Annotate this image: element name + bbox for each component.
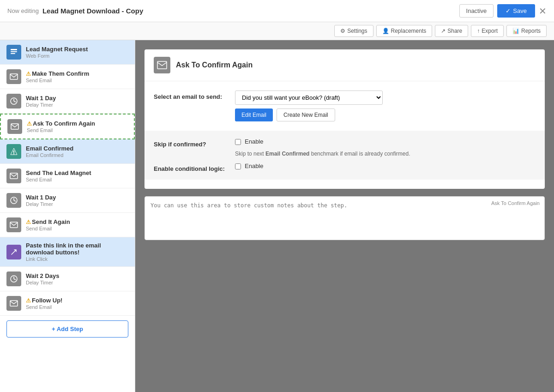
skip-confirmed-row: Skip if confirmed? Enable Skip to next E… (154, 138, 536, 157)
export-button[interactable]: ↑ Export (471, 25, 504, 37)
sidebar-item-send-lead-magnet[interactable]: Send The Lead Magnet Send Email (0, 164, 135, 188)
sidebar-item-title: ⚠Send It Again (26, 218, 70, 225)
sidebar-item-wait-1-day-1[interactable]: Wait 1 Day Delay Timer (0, 89, 135, 114)
add-step-button[interactable]: + Add Step (6, 320, 128, 338)
replacements-button[interactable]: 👤 Replacements (376, 25, 433, 37)
skip-enable-checkbox[interactable] (235, 139, 241, 145)
sidebar-item-title: ⚠Ask To Confirm Again (27, 120, 95, 127)
edit-email-button[interactable]: Edit Email (235, 109, 273, 121)
card-header: Ask To Confirm Again (145, 49, 545, 81)
sidebar-item-title: Email Confirmed (26, 145, 73, 152)
email-icon (6, 69, 21, 84)
svg-rect-3 (10, 74, 18, 79)
email-icon-3 (6, 217, 21, 232)
reports-icon: 📊 (512, 28, 519, 34)
replacements-icon: 👤 (382, 28, 389, 34)
card-title: Ask To Confirm Again (176, 61, 253, 69)
svg-rect-0 (11, 49, 17, 50)
link-click-icon (6, 245, 21, 259)
top-bar-left: Now editing Lead Magnet Download - Copy (7, 7, 143, 15)
svg-line-6 (14, 101, 16, 102)
sub-toolbar: ⚙ Settings 👤 Replacements ↗ Share ↑ Expo… (0, 22, 554, 40)
conditional-enable-label[interactable]: Enable (245, 163, 263, 169)
skip-confirmed-controls: Enable Skip to next Email Confirmed benc… (235, 138, 536, 157)
sidebar-item-send-it-again[interactable]: ⚠Send It Again Send Email (0, 213, 135, 237)
checkmark-icon: ✓ (506, 7, 511, 14)
svg-line-14 (14, 200, 16, 201)
email-btn-row: Edit Email Create New Email (235, 109, 536, 121)
sidebar-item-subtitle: Link Click (26, 256, 128, 262)
sidebar-item-title: Wait 1 Day (26, 194, 56, 201)
sidebar-item-title: Lead Magnet Request (26, 46, 88, 53)
sidebar-item-subtitle: Send Email (26, 304, 62, 310)
sidebar-item-subtitle: Send Email (26, 78, 89, 83)
sidebar-item-title: Paste this link in the email download bu… (26, 242, 128, 256)
reports-button[interactable]: 📊 Reports (506, 25, 547, 37)
sidebar-item-subtitle: Email Confirmed (26, 152, 73, 158)
email-icon-4 (6, 296, 21, 311)
card-header-icon (154, 57, 170, 73)
svg-rect-2 (11, 53, 15, 54)
conditional-logic-label: Enable conditional logic: (154, 163, 228, 172)
sidebar-item-subtitle: Delay Timer (26, 102, 56, 108)
sidebar-item-paste-link[interactable]: Paste this link in the email download bu… (0, 237, 135, 267)
conditional-logic-controls: Enable (235, 163, 536, 169)
svg-rect-1 (11, 51, 17, 52)
share-button[interactable]: ↗ Share (435, 25, 468, 37)
sidebar-item-subtitle: Send Email (26, 177, 91, 182)
conditional-checkbox-row: Enable (235, 163, 536, 169)
main-card: Ask To Confirm Again Select an email to … (145, 49, 545, 189)
sidebar-item-wait-2-days[interactable]: Wait 2 Days Delay Timer (0, 267, 135, 291)
notes-textarea[interactable] (145, 197, 544, 238)
skip-checkbox-row: Enable (235, 138, 536, 145)
create-email-button[interactable]: Create New Email (277, 109, 335, 121)
form-icon (6, 45, 21, 60)
sidebar-item-make-them-confirm[interactable]: ⚠Make Them Confirm Send Email (0, 65, 135, 89)
content-area: Ask To Confirm Again Select an email to … (135, 40, 554, 392)
now-editing-label: Now editing (7, 7, 39, 14)
save-button[interactable]: ✓ Save (497, 4, 535, 18)
email-select-controls: Did you still want your eBook? (draft) E… (235, 90, 536, 121)
skip-enable-label[interactable]: Enable (245, 138, 263, 145)
settings-icon: ⚙ (340, 28, 345, 34)
skip-confirmed-label: Skip if confirmed? (154, 138, 228, 148)
svg-rect-7 (11, 124, 18, 129)
sidebar: Lead Magnet Request Web Form ⚠Make Them … (0, 40, 135, 392)
inactive-button[interactable]: Inactive (459, 4, 494, 18)
close-button[interactable]: ✕ (539, 6, 547, 17)
email-select-row: Select an email to send: Did you still w… (154, 90, 536, 121)
top-bar-right: Inactive ✓ Save ✕ (459, 4, 547, 18)
sidebar-item-subtitle: Send Email (27, 127, 95, 133)
settings-button[interactable]: ⚙ Settings (334, 25, 373, 37)
skip-confirmed-section: Skip if confirmed? Enable Skip to next E… (145, 131, 545, 180)
sidebar-item-lead-magnet-request[interactable]: Lead Magnet Request Web Form (0, 40, 135, 65)
notes-tag-label: Ask To Confirm Again (491, 200, 540, 206)
sidebar-item-ask-to-confirm-again[interactable]: ⚠Ask To Confirm Again Send Email (0, 114, 135, 139)
main-layout: Lead Magnet Request Web Form ⚠Make Them … (0, 40, 554, 392)
clock-icon-3 (6, 271, 21, 286)
benchmark-icon (6, 144, 21, 159)
skip-description: Skip to next Email Confirmed benchmark i… (235, 151, 536, 157)
card-body: Select an email to send: Did you still w… (145, 81, 545, 189)
top-bar: Now editing Lead Magnet Download - Copy … (0, 0, 554, 22)
svg-rect-20 (157, 61, 167, 69)
export-icon: ↑ (477, 28, 480, 34)
email-select-dropdown[interactable]: Did you still want your eBook? (draft) (235, 90, 383, 105)
sidebar-item-title: Wait 2 Days (26, 272, 60, 279)
svg-rect-19 (10, 301, 18, 306)
notes-card: Ask To Confirm Again (145, 196, 545, 240)
sidebar-item-subtitle: Web Form (26, 53, 88, 59)
sidebar-item-title: Send The Lead Magnet (26, 169, 91, 176)
sidebar-item-subtitle: Send Email (26, 226, 70, 231)
share-icon: ↗ (441, 28, 446, 34)
sidebar-item-title: ⚠Make Them Confirm (26, 70, 89, 77)
clock-icon (6, 94, 21, 109)
conditional-enable-checkbox[interactable] (235, 163, 241, 169)
sidebar-item-wait-1-day-2[interactable]: Wait 1 Day Delay Timer (0, 188, 135, 213)
sidebar-item-subtitle: Delay Timer (26, 201, 56, 207)
sidebar-item-subtitle: Delay Timer (26, 280, 60, 285)
campaign-title: Lead Magnet Download - Copy (42, 7, 143, 15)
sidebar-item-email-confirmed[interactable]: Email Confirmed Email Confirmed (0, 139, 135, 164)
sidebar-item-follow-up[interactable]: ⚠Follow Up! Send Email (0, 291, 135, 316)
svg-rect-10 (13, 153, 14, 154)
